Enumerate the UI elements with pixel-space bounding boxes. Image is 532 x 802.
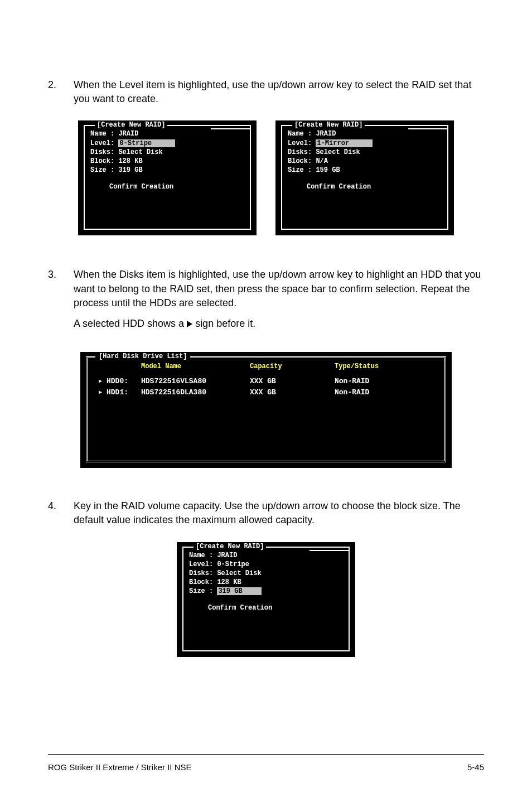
step-3: 3. When the Disks item is highlighted, u… [48, 268, 484, 337]
panel-frame: [Hard Disk Drive List] Model Name Capaci… [86, 356, 446, 462]
hdd-row[interactable]: ▶ HDD1: HDS722516DLA380 XXX GB Non-RAID [99, 387, 437, 398]
footer-left: ROG Striker II Extreme / Striker II NSE [48, 762, 192, 772]
panel-title: [Create New RAID] [95, 121, 167, 129]
selected-marker-icon: ▶ [99, 377, 107, 385]
field-disks: Disks: Select Disk [288, 148, 442, 157]
step-4: 4. Key in the RAID volume capacity. Use … [48, 499, 484, 527]
panel-title: [Create New RAID] [292, 121, 365, 129]
hdd-capacity: XXX GB [250, 376, 335, 387]
text-after-tri: sign before it. [195, 318, 255, 329]
hdd-header-row: Model Name Capacity Type/Status [141, 363, 437, 370]
col-type-header: Type/Status [335, 363, 379, 370]
hdd-capacity: XXX GB [250, 387, 335, 398]
field-name: Name : JRAID [90, 129, 244, 138]
field-size: Size : 319 GB [90, 166, 244, 175]
triangle-icon [187, 321, 192, 327]
field-disks: Disks: Select Disk [90, 148, 244, 157]
panel-title: [Create New RAID] [194, 543, 266, 550]
panel-frame: [Create New RAID] Name : JRAID Level: 0-… [182, 547, 350, 651]
size-pad [244, 587, 262, 595]
page-footer: ROG Striker II Extreme / Striker II NSE … [48, 754, 484, 772]
step-4-text: Key in the RAID volume capacity. Use the… [74, 499, 484, 527]
step-3-text-2: A selected HDD shows a sign before it. [74, 317, 484, 331]
level-pad [350, 139, 373, 147]
level-value-highlighted[interactable]: 0-Stripe [118, 139, 153, 147]
panel-row-2: [Create New RAID] Name : JRAID Level: 0-… [48, 542, 484, 657]
field-level: Level: 0-Stripe [90, 139, 244, 148]
hdd-row[interactable]: ▶ HDD0: HDS722516VLSA80 XXX GB Non-RAID [99, 376, 437, 387]
field-block: Block: N/A [288, 157, 442, 166]
step-4-number: 4. [48, 499, 74, 527]
hdd-id: HDD1: [107, 387, 141, 398]
panel-row-1: [Create New RAID] Name : JRAID Level: 0-… [48, 120, 484, 235]
field-size: Size : 319 GB [189, 587, 343, 596]
field-block: Block: 128 KB [189, 578, 343, 587]
panel-title: [Hard Disk Drive List] [95, 352, 190, 360]
step-3-text: When the Disks item is highlighted, use … [74, 268, 484, 337]
size-value-highlighted[interactable]: 319 GB [217, 587, 243, 595]
col-model-header: Model Name [141, 363, 250, 370]
field-block: Block: 128 KB [90, 157, 244, 166]
level-value-highlighted[interactable]: 1-Mirror [316, 139, 350, 147]
level-label: Level: [288, 139, 316, 147]
step-2-text: When the Level item is highlighted, use … [74, 78, 484, 106]
field-name: Name : JRAID [189, 551, 343, 560]
hdd-status: Non-RAID [335, 387, 369, 398]
hdd-status: Non-RAID [335, 376, 369, 387]
confirm-creation[interactable]: Confirm Creation [288, 182, 442, 191]
panel-frame: [Create New RAID] Name : JRAID Level: 1-… [281, 125, 448, 230]
step-3-number: 3. [48, 268, 74, 337]
level-pad [153, 139, 175, 147]
level-label: Level: [90, 139, 118, 147]
confirm-creation[interactable]: Confirm Creation [90, 182, 244, 191]
hdd-model: HDS722516VLSA80 [141, 376, 250, 387]
field-level: Level: 0-Stripe [189, 560, 343, 569]
create-raid-panel-size: [Create New RAID] Name : JRAID Level: 0-… [177, 542, 355, 657]
create-raid-panel-stripe: [Create New RAID] Name : JRAID Level: 0-… [78, 120, 257, 235]
step-2-number: 2. [48, 78, 74, 106]
size-label: Size : [189, 587, 217, 595]
field-size: Size : 159 GB [288, 166, 442, 175]
col-capacity-header: Capacity [250, 363, 335, 370]
hdd-list-panel: [Hard Disk Drive List] Model Name Capaci… [80, 352, 452, 468]
hdd-model: HDS722516DLA380 [141, 387, 250, 398]
field-disks: Disks: Select Disk [189, 569, 343, 578]
confirm-creation[interactable]: Confirm Creation [189, 603, 343, 612]
field-level: Level: 1-Mirror [288, 139, 442, 148]
selected-marker-icon: ▶ [99, 388, 107, 397]
create-raid-panel-mirror: [Create New RAID] Name : JRAID Level: 1-… [275, 120, 454, 235]
footer-right: 5-45 [467, 762, 484, 772]
field-name: Name : JRAID [288, 129, 442, 138]
panel-frame: [Create New RAID] Name : JRAID Level: 0-… [84, 125, 251, 230]
step-3-text-1: When the Disks item is highlighted, use … [74, 268, 484, 310]
text-before-tri: A selected HDD shows a [74, 318, 184, 329]
step-2: 2. When the Level item is highlighted, u… [48, 78, 484, 106]
hdd-id: HDD0: [107, 376, 141, 387]
